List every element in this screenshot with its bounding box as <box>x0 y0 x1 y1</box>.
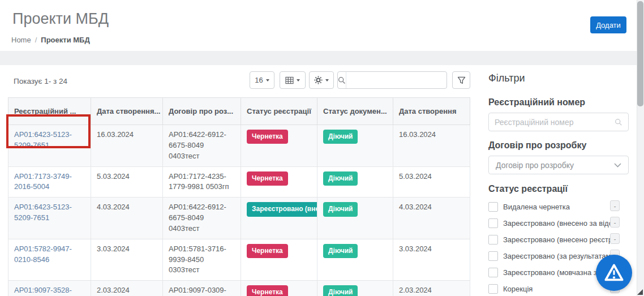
date-created-cell: 3.03.2024 <box>393 239 470 281</box>
collapse-minus-button[interactable]: - <box>610 233 620 244</box>
table-row: AP01:7173-3749-2016-5004 5.03.2024 AP01:… <box>8 166 470 198</box>
table-row: AP01:9097-3528-5319-4739 2.03.2024 AP01:… <box>8 281 470 296</box>
checkbox[interactable] <box>488 251 498 261</box>
checkbox-label: Зареєстровано (внесено реєстра... <box>503 235 619 244</box>
table-header-row: Реєстраційний ... Дата створення... Дого… <box>8 98 470 125</box>
date-created-cell: 2.03.2024 <box>393 281 470 296</box>
filter-reg-number-label: Реєстраційний номер <box>488 97 585 108</box>
checkbox[interactable] <box>488 202 498 212</box>
date-created-cell: 3.03.2024 <box>91 239 163 281</box>
reg-status-badge: Чернетка <box>247 244 288 258</box>
filter-option-registered-vidom: Зареєстровано (внесено за відом... - <box>488 217 630 229</box>
page-size-value: 16 <box>255 76 263 84</box>
checkbox[interactable] <box>488 268 498 277</box>
header-divider-band <box>0 51 637 65</box>
warning-triangle-icon <box>604 263 624 282</box>
search-input[interactable] <box>346 72 455 88</box>
filter-contract-select[interactable]: Договір про розробку <box>488 156 629 174</box>
search-icon <box>615 118 628 126</box>
column-header-reg-status[interactable]: Статус реєстрації <box>241 98 317 125</box>
breadcrumb-home-link[interactable]: Home <box>11 36 31 44</box>
funnel-icon <box>457 76 466 84</box>
filters-title: Фільтри <box>488 72 525 84</box>
contract-cell: AP01:6422-6912-6675-8049 0403тест <box>163 125 241 167</box>
doc-status-badge: Діючий <box>323 244 358 258</box>
date-created-cell: 4.03.2024 <box>393 198 470 239</box>
column-header-doc-status[interactable]: Статус докумен... <box>317 98 393 125</box>
scrollbar-corner-arrow[interactable] <box>637 289 643 295</box>
checkbox-label: Корекція <box>503 285 533 293</box>
filter-option-registered-reestr: Зареєстровано (внесено реєстра... - <box>488 234 630 245</box>
filter-contract-label: Договір про розробку <box>488 140 586 151</box>
reg-number-link[interactable]: AP01:7173-3749-2016-5004 <box>14 172 72 191</box>
reg-status-badge: Зареєстровано (внесен <box>247 202 317 216</box>
results-count-text: Показує 1- з 24 <box>14 77 67 85</box>
projects-table: Реєстраційний ... Дата створення... Дого… <box>8 97 470 296</box>
chevron-down-icon <box>614 163 621 168</box>
date-created-cell: 5.03.2024 <box>91 166 163 198</box>
doc-status-badge: Діючий <box>323 130 358 144</box>
chevron-down-icon <box>325 79 329 81</box>
table-grid-icon <box>285 76 294 84</box>
gear-icon <box>314 76 323 84</box>
filter-toggle-button[interactable] <box>452 71 470 89</box>
reg-status-badge: Чернетка <box>247 285 288 296</box>
filter-reg-number-input[interactable] <box>489 118 615 127</box>
contract-cell: AP01:5781-3716-9939-8450 0303тест <box>163 239 241 281</box>
search-icon <box>338 72 346 88</box>
filter-option-deleted-draft: Видалена чернетка - <box>488 201 630 212</box>
checkbox[interactable] <box>488 235 498 244</box>
table-row: AP01:5782-9947-0210-8546 3.03.2024 AP01:… <box>8 239 470 281</box>
settings-dropdown[interactable] <box>309 71 334 89</box>
table-row: AP01:6423-5123-5209-7651 16.03.2024 AP01… <box>8 125 470 167</box>
checkbox[interactable] <box>488 218 498 228</box>
collapse-minus-button[interactable]: - <box>610 217 620 228</box>
add-button[interactable]: Додати <box>590 16 626 33</box>
doc-status-badge: Діючий <box>323 285 358 296</box>
date-created-cell: 4.03.2024 <box>91 198 163 239</box>
filter-reg-number-field <box>488 113 629 131</box>
collapse-minus-button[interactable]: - <box>610 200 620 211</box>
table-row: AP01:6423-5123-5209-7651 4.03.2024 AP01:… <box>8 198 470 239</box>
page-size-dropdown[interactable]: 16 <box>250 71 274 89</box>
column-header-date-created-short[interactable]: Дата створення... <box>91 98 163 125</box>
reg-status-badge: Чернетка <box>247 171 288 186</box>
chevron-down-icon <box>266 79 269 81</box>
date-created-cell: 16.03.2024 <box>393 125 470 167</box>
table-search <box>337 71 447 89</box>
reg-number-link[interactable]: AP01:5782-9947-0210-8546 <box>14 244 72 264</box>
column-header-date-created[interactable]: Дата створення <box>393 98 470 125</box>
chevron-down-icon <box>297 79 300 81</box>
reg-number-link[interactable]: AP01:6423-5123-5209-7651 <box>14 130 72 149</box>
date-created-cell: 16.03.2024 <box>91 125 163 167</box>
reg-number-link[interactable]: AP01:6423-5123-5209-7651 <box>14 203 72 222</box>
reg-number-link[interactable]: AP01:9097-3528-5319-4739 <box>14 286 72 296</box>
breadcrumb-separator: / <box>35 36 37 44</box>
column-header-reg-number[interactable]: Реєстраційний ... <box>8 98 91 125</box>
doc-status-badge: Діючий <box>323 202 358 216</box>
checkbox[interactable] <box>488 284 498 294</box>
column-header-contract[interactable]: Договір про роз... <box>163 98 241 125</box>
doc-status-badge: Діючий <box>323 171 358 186</box>
checkbox-label: Видалена чернетка <box>503 203 570 211</box>
filter-reg-status-label: Статус реєстрації <box>488 184 568 194</box>
breadcrumb: Home / Проекти МБД <box>11 36 90 44</box>
contract-cell: AP01:6422-6912-6675-8049 0403тест <box>163 198 241 239</box>
date-created-cell: 2.03.2024 <box>91 281 163 296</box>
contract-cell: AP01:7172-4235-1779-9981 0503гп <box>163 166 241 198</box>
vertical-scrollbar-thumb[interactable] <box>637 1 643 106</box>
reg-status-badge: Чернетка <box>247 130 288 144</box>
date-created-cell: 5.03.2024 <box>393 166 470 198</box>
columns-dropdown[interactable] <box>280 71 306 89</box>
checkbox-label: Зареєстровано (внесено за відом... <box>503 219 619 228</box>
page-title: Проекти МБД <box>12 10 109 28</box>
breadcrumb-current: Проекти МБД <box>41 36 89 44</box>
filter-contract-select-value: Договір про розробку <box>496 161 574 170</box>
warning-fab-button[interactable] <box>596 255 632 291</box>
contract-cell: AP01:9097-0309-6552-8485 setsetestes <box>163 281 241 296</box>
